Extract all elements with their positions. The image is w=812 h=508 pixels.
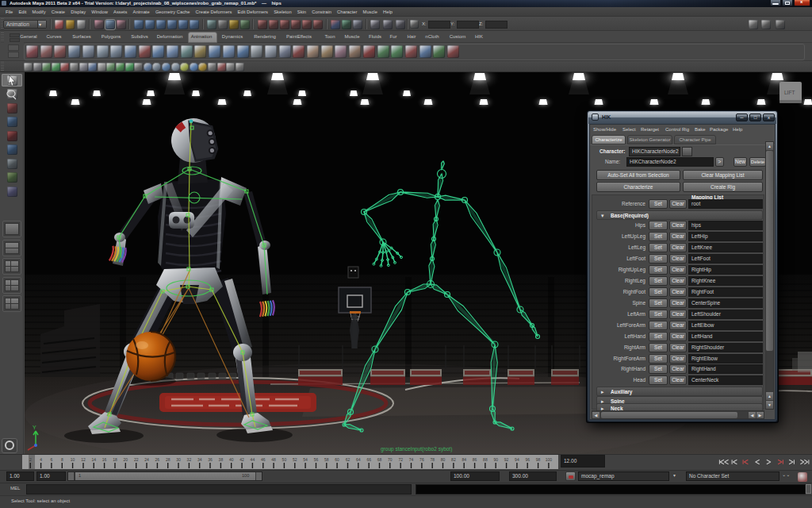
svg-text:4: 4 bbox=[40, 457, 42, 462]
svg-text:26: 26 bbox=[155, 457, 160, 462]
svg-text:98: 98 bbox=[536, 457, 541, 462]
svg-text:70: 70 bbox=[388, 457, 393, 462]
svg-text:60: 60 bbox=[335, 457, 339, 462]
svg-text:18: 18 bbox=[113, 457, 117, 462]
svg-text:54: 54 bbox=[303, 457, 308, 462]
svg-text:76: 76 bbox=[419, 457, 424, 462]
svg-text:52: 52 bbox=[293, 457, 297, 462]
svg-text:84: 84 bbox=[462, 457, 466, 462]
svg-text:56: 56 bbox=[314, 457, 319, 462]
svg-text:14: 14 bbox=[92, 457, 97, 462]
svg-text:38: 38 bbox=[219, 457, 224, 462]
svg-text:20: 20 bbox=[124, 457, 128, 462]
svg-text:72: 72 bbox=[398, 457, 403, 462]
svg-text:32: 32 bbox=[187, 457, 192, 462]
svg-text:22: 22 bbox=[134, 457, 139, 462]
svg-text:58: 58 bbox=[324, 457, 329, 462]
svg-text:48: 48 bbox=[271, 457, 276, 462]
svg-text:24: 24 bbox=[144, 457, 149, 462]
svg-text:82: 82 bbox=[451, 457, 456, 462]
svg-text:90: 90 bbox=[493, 457, 498, 462]
svg-text:62: 62 bbox=[346, 457, 350, 462]
svg-text:42: 42 bbox=[239, 457, 244, 462]
svg-text:16: 16 bbox=[102, 457, 107, 462]
svg-text:46: 46 bbox=[261, 457, 266, 462]
svg-text:92: 92 bbox=[504, 457, 509, 462]
svg-text:80: 80 bbox=[441, 457, 446, 462]
svg-text:group stanceInput(robo2 sybot): group stanceInput(robo2 sybot) bbox=[381, 446, 452, 452]
svg-text:8: 8 bbox=[61, 457, 63, 462]
svg-text:28: 28 bbox=[166, 457, 170, 462]
svg-text:34: 34 bbox=[197, 457, 202, 462]
svg-text:100: 100 bbox=[546, 457, 553, 462]
svg-text:10: 10 bbox=[71, 457, 75, 462]
svg-text:78: 78 bbox=[430, 457, 435, 462]
svg-text:74: 74 bbox=[409, 457, 414, 462]
svg-text:88: 88 bbox=[483, 457, 488, 462]
svg-text:64: 64 bbox=[356, 457, 361, 462]
svg-text:94: 94 bbox=[515, 457, 519, 462]
svg-text:6: 6 bbox=[51, 457, 53, 462]
svg-text:66: 66 bbox=[366, 457, 371, 462]
svg-text:40: 40 bbox=[229, 457, 234, 462]
svg-text:68: 68 bbox=[377, 457, 382, 462]
svg-text:Y: Y bbox=[33, 425, 36, 430]
svg-text:LIFT: LIFT bbox=[784, 90, 795, 95]
svg-text:44: 44 bbox=[251, 457, 255, 462]
svg-text:86: 86 bbox=[473, 457, 477, 462]
svg-text:36: 36 bbox=[208, 457, 213, 462]
svg-text:96: 96 bbox=[525, 457, 530, 462]
svg-text:2: 2 bbox=[29, 457, 32, 462]
svg-text:30: 30 bbox=[176, 457, 181, 462]
svg-text:50: 50 bbox=[282, 457, 287, 462]
svg-text:12: 12 bbox=[81, 457, 86, 462]
